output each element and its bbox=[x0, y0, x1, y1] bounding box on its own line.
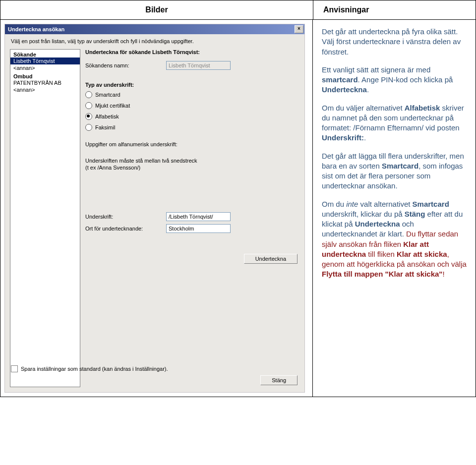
radio-mjukt[interactable]: Mjukt certifikat bbox=[85, 102, 299, 110]
radio-alfabetisk[interactable]: Alfabetisk bbox=[85, 113, 299, 120]
save-defaults-row[interactable]: Spara inställningar som standard (kan än… bbox=[11, 365, 299, 372]
dialog-right-pane: Underteckna för sökande Lisbeth Törnqvis… bbox=[85, 49, 299, 387]
place-field[interactable] bbox=[166, 224, 231, 233]
instructions-cell: Det går att underteckna på fyra olika sä… bbox=[313, 20, 476, 397]
list-item[interactable]: Lisbeth Törnqvist bbox=[10, 58, 80, 64]
dialog-titlebar: Underteckna ansökan × bbox=[5, 24, 304, 34]
dialog-intro: Välj en post från listan, välj typ av un… bbox=[5, 34, 304, 44]
place-label: Ort för undertecknande: bbox=[85, 226, 162, 232]
instruction-p4: Det går att lägga till flera underskrift… bbox=[322, 151, 467, 191]
save-defaults-label: Spara inställningar som standard (kan än… bbox=[21, 366, 168, 372]
instruction-p2: Ett vanligt sätt att signera är med smar… bbox=[322, 65, 467, 95]
list-item[interactable]: PATENTBYRÅN AB bbox=[10, 79, 80, 86]
radio-icon bbox=[85, 124, 92, 131]
close-icon[interactable]: × bbox=[295, 25, 303, 33]
header-anvisningar: Anvisningar bbox=[313, 0, 476, 19]
dialog-window: Underteckna ansökan × Välj en post från … bbox=[4, 24, 305, 393]
sign-button[interactable]: Underteckna bbox=[244, 254, 298, 264]
radio-faksimil[interactable]: Faksimil bbox=[85, 123, 299, 131]
close-button[interactable]: Stäng bbox=[260, 375, 298, 385]
radio-icon bbox=[85, 91, 92, 98]
header-bilder: Bilder bbox=[0, 0, 313, 19]
table-header: Bilder Anvisningar bbox=[0, 0, 476, 20]
signature-type-label: Typ av underskrift: bbox=[85, 82, 299, 88]
checkbox-icon bbox=[11, 365, 18, 372]
list-item[interactable]: <annan> bbox=[10, 86, 80, 93]
applicant-name-label: Sökandens namn: bbox=[85, 62, 162, 68]
instruction-p1: Det går att underteckna på fyra olika sä… bbox=[322, 27, 467, 57]
signature-field[interactable] bbox=[166, 212, 231, 221]
table-body: Underteckna ansökan × Välj en post från … bbox=[0, 20, 476, 397]
screenshot-cell: Underteckna ansökan × Välj en post från … bbox=[0, 20, 313, 397]
page: Bilder Anvisningar Underteckna ansökan ×… bbox=[0, 0, 476, 397]
dialog-title: Underteckna ansökan bbox=[8, 26, 295, 32]
alphanumeric-label: Uppgifter om alfanumerisk underskrift: bbox=[85, 141, 299, 147]
dialog-body: Sökande Lisbeth Törnqvist <annan> Ombud … bbox=[5, 44, 304, 392]
radio-icon bbox=[85, 102, 92, 109]
list-group-label: Ombud bbox=[10, 71, 80, 79]
instruction-p5: Om du inte valt alternativet Smartcard u… bbox=[322, 199, 467, 280]
instruction-p3: Om du väljer alternativet Alfabetisk skr… bbox=[322, 103, 467, 143]
signature-help-text: Underskriften måste stå mellan två sneds… bbox=[85, 157, 299, 172]
signature-row: Underskrift: bbox=[85, 212, 299, 221]
list-group-label: Sökande bbox=[10, 50, 80, 58]
list-item[interactable]: <annan> bbox=[10, 64, 80, 71]
signer-listbox[interactable]: Sökande Lisbeth Törnqvist <annan> Ombud … bbox=[10, 49, 80, 387]
signature-label: Underskrift: bbox=[85, 214, 162, 220]
rightpane-title: Underteckna för sökande Lisbeth Törnqvis… bbox=[85, 49, 299, 55]
radio-icon bbox=[85, 113, 92, 120]
applicant-name-row: Sökandens namn: bbox=[85, 61, 299, 70]
radio-smartcard[interactable]: Smartcard bbox=[85, 91, 299, 99]
applicant-name-field[interactable] bbox=[166, 61, 231, 70]
place-row: Ort för undertecknande: bbox=[85, 224, 299, 233]
